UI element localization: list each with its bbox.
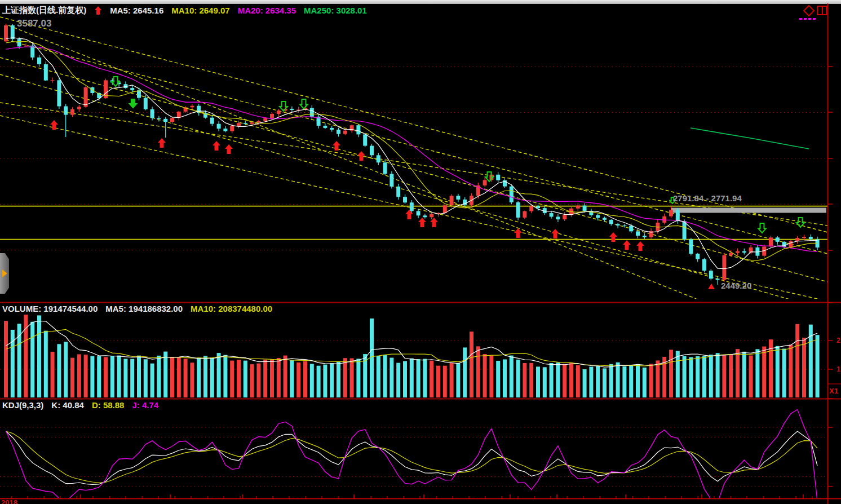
low-price-label: 2449.20: [721, 281, 751, 290]
kdj-k-value: K: 40.84: [51, 400, 84, 410]
price-legend: 上证指数(日线.前复权) MA5: 2645.16 MA10: 2649.07 …: [2, 5, 367, 16]
stock-chart-app: 上证指数(日线.前复权) MA5: 2645.16 MA10: 2649.07 …: [0, 0, 841, 504]
volume-ma5-value: MA5: 194186832.00: [105, 304, 183, 313]
vol-axis-digit-2: 1: [836, 365, 840, 373]
vol-axis-digit: 2: [836, 337, 840, 344]
volume-ma10-value: MA10: 208374480.00: [191, 304, 272, 313]
ma10-value: MA10: 2649.07: [171, 6, 229, 15]
ma20-value: MA20: 2634.35: [238, 6, 296, 15]
dashed-line-icon[interactable]: [799, 18, 816, 20]
chart-graphics: [0, 0, 841, 504]
toolbar-icons: [797, 5, 831, 21]
sidebar-expander-tab[interactable]: [0, 253, 9, 294]
period-x1-label[interactable]: X1: [829, 387, 838, 395]
symbol-title: 上证指数(日线.前复权): [2, 5, 86, 16]
up-arrow-icon: [94, 6, 102, 15]
volume-value: VOLUME: 191474544.00: [2, 304, 98, 313]
kdj-d-value: D: 58.88: [92, 400, 125, 410]
window-panes-icon[interactable]: [817, 6, 826, 15]
kdj-j-value: J: 4.74: [132, 400, 158, 410]
volume-legend: VOLUME: 191474544.00 MA5: 194186832.00 M…: [2, 304, 272, 313]
expand-right-icon: [2, 269, 7, 277]
kdj-label: KDJ(9,3,3): [2, 400, 43, 410]
ma5-value: MA5: 2645.16: [110, 6, 163, 15]
high-price-label: 3587.03: [17, 18, 51, 29]
year-axis-label: 2018: [1, 498, 17, 504]
ma250-value: MA250: 3028.01: [304, 6, 367, 15]
diamond-tool-icon[interactable]: [804, 6, 814, 16]
kdj-legend: KDJ(9,3,3) K: 40.84 D: 58.88 J: 4.74: [2, 400, 158, 410]
range-label: 2791.84 - 2771.94: [673, 193, 742, 203]
